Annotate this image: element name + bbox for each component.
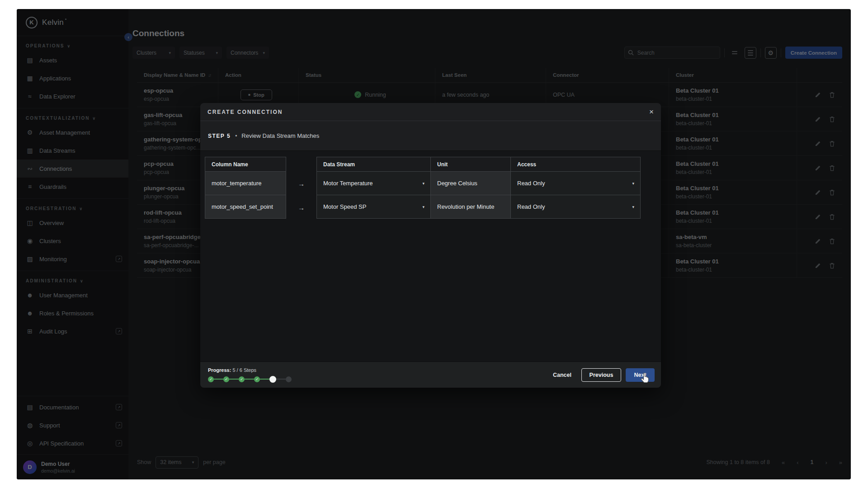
step-done-icon: ✓ [223, 376, 229, 382]
cancel-button[interactable]: Cancel [547, 372, 577, 378]
unit-cell: Degree Celsius [430, 171, 511, 195]
step-done-icon: ✓ [254, 376, 260, 382]
column-name-cell: motor_temperature [205, 171, 286, 195]
step-current-icon [269, 376, 276, 383]
column-name-cell: motor_speed_set_point [205, 195, 286, 219]
close-icon[interactable]: × [649, 108, 654, 116]
modal-title: CREATE CONNECTION [208, 109, 283, 115]
access-header: Access [510, 157, 641, 172]
step-done-icon: ✓ [239, 376, 245, 382]
progress-label: Progress: [208, 367, 231, 373]
previous-button[interactable]: Previous [581, 368, 621, 382]
arrow-right-icon: → [286, 172, 316, 196]
data-stream-match-table: Column Name motor_temperature motor_spee… [205, 157, 661, 220]
chevron-down-icon: ▾ [422, 205, 425, 209]
modal-header: CREATE CONNECTION × [200, 103, 661, 121]
progress-steps: ✓ ✓ ✓ ✓ [208, 376, 292, 383]
bullet-separator: • [235, 133, 237, 139]
data-stream-header: Data Stream [316, 157, 431, 172]
spacer [286, 157, 316, 172]
wizard-step-header: STEP 5 • Review Data Stream Matches [200, 121, 661, 151]
arrow-right-icon: → [286, 196, 316, 220]
data-stream-select[interactable]: Motor Temperature▾ [316, 171, 431, 195]
unit-header: Unit [430, 157, 511, 172]
access-select[interactable]: Read Only▾ [510, 171, 641, 195]
next-button[interactable]: Next [626, 368, 655, 382]
data-stream-select[interactable]: Motor Speed SP▾ [316, 195, 431, 219]
modal-body: Column Name motor_temperature motor_spee… [200, 151, 661, 361]
app-window: K Kelvin OPERATIONS∨ ▤ Assets ▦ Applicat… [17, 9, 851, 479]
step-done-icon: ✓ [208, 376, 214, 382]
step-title: Review Data Stream Matches [241, 132, 319, 139]
unit-cell: Revolution per Minute [430, 195, 511, 219]
chevron-down-icon: ▾ [632, 181, 634, 186]
step-todo-icon [286, 376, 292, 382]
wizard-progress: Progress: 5 / 6 Steps ✓ ✓ ✓ ✓ [207, 367, 292, 383]
column-name-header: Column Name [205, 157, 286, 172]
modal-footer: Progress: 5 / 6 Steps ✓ ✓ ✓ ✓ Cancel Pre… [200, 361, 661, 388]
chevron-down-icon: ▾ [632, 205, 634, 209]
step-label: STEP 5 [208, 133, 231, 139]
chevron-down-icon: ▾ [422, 181, 425, 186]
progress-value: 5 / 6 Steps [232, 367, 256, 373]
access-select[interactable]: Read Only▾ [510, 195, 641, 219]
create-connection-modal: CREATE CONNECTION × STEP 5 • Review Data… [200, 103, 661, 388]
